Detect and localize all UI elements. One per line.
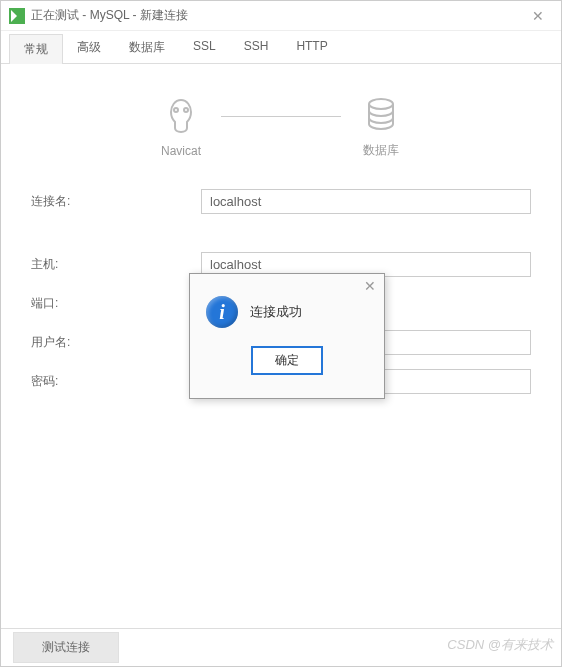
row-connection-name: 连接名:	[31, 189, 531, 214]
dialog-ok-button[interactable]: 确定	[251, 346, 323, 375]
diagram-client-label: Navicat	[161, 144, 201, 158]
tab-database[interactable]: 数据库	[115, 33, 179, 63]
watermark: CSDN @有来技术	[447, 636, 553, 654]
dialog-footer: 确定	[190, 338, 384, 387]
diagram-line	[221, 116, 341, 117]
diagram-client: Navicat	[161, 96, 201, 158]
dialog-message: 连接成功	[250, 303, 302, 321]
svg-point-0	[369, 99, 393, 109]
database-icon	[361, 94, 401, 134]
tab-ssl[interactable]: SSL	[179, 33, 230, 63]
dialog-body: i 连接成功	[190, 274, 384, 338]
close-button[interactable]: ✕	[523, 1, 553, 31]
info-icon: i	[206, 296, 238, 328]
connection-diagram: Navicat 数据库	[31, 94, 531, 159]
input-connection-name[interactable]	[201, 189, 531, 214]
label-password: 密码:	[31, 373, 201, 390]
label-host: 主机:	[31, 256, 201, 273]
app-icon	[9, 8, 25, 24]
diagram-server: 数据库	[361, 94, 401, 159]
tab-ssh[interactable]: SSH	[230, 33, 283, 63]
window-title: 正在测试 - MySQL - 新建连接	[31, 7, 523, 24]
tab-advanced[interactable]: 高级	[63, 33, 115, 63]
label-connection-name: 连接名:	[31, 193, 201, 210]
tab-general[interactable]: 常规	[9, 34, 63, 64]
tab-http[interactable]: HTTP	[282, 33, 341, 63]
tab-bar: 常规 高级 数据库 SSL SSH HTTP	[1, 33, 561, 64]
label-username: 用户名:	[31, 334, 201, 351]
titlebar: 正在测试 - MySQL - 新建连接 ✕	[1, 1, 561, 31]
navicat-icon	[161, 96, 201, 136]
message-dialog: ✕ i 连接成功 确定	[189, 273, 385, 399]
dialog-close-button[interactable]: ✕	[360, 276, 380, 296]
test-connection-button[interactable]: 测试连接	[13, 632, 119, 663]
diagram-server-label: 数据库	[363, 142, 399, 159]
label-port: 端口:	[31, 295, 201, 312]
